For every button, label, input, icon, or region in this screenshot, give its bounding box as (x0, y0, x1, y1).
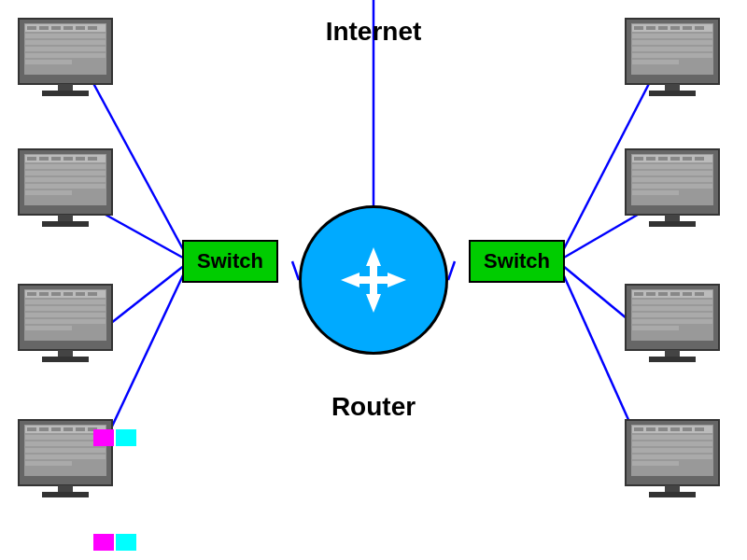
color-box-magenta (93, 534, 114, 551)
router-arrows-svg (331, 238, 416, 322)
svg-marker-3 (374, 273, 406, 287)
svg-marker-0 (366, 247, 381, 280)
svg-marker-2 (341, 273, 374, 287)
svg-marker-1 (366, 280, 381, 313)
color-boxes (93, 534, 136, 551)
switch-right: Switch (469, 240, 565, 283)
router-icon (299, 205, 448, 355)
switch-left: Switch (182, 240, 278, 283)
router-label: Router (331, 392, 416, 422)
color-box-cyan (116, 534, 136, 551)
internet-label: Internet (326, 17, 422, 47)
